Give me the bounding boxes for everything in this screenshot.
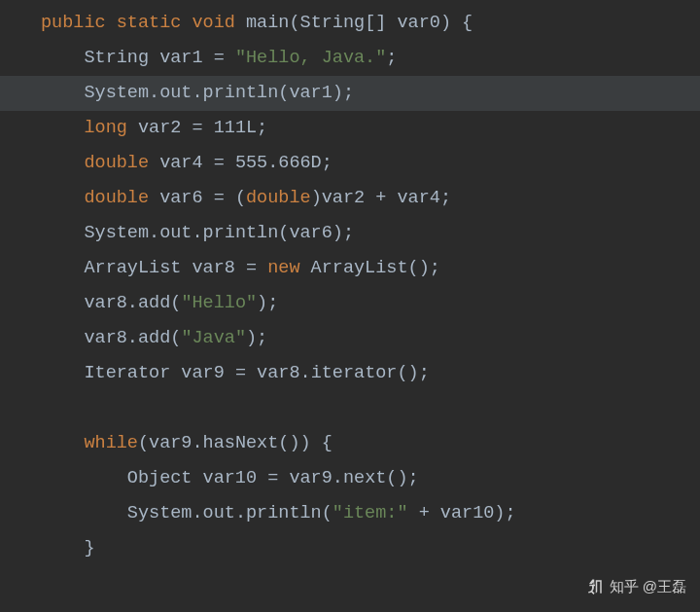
token-pun: (	[170, 293, 181, 313]
token-num: 111L	[214, 118, 257, 138]
watermark: 知乎 @王磊	[586, 569, 686, 604]
token-pun	[149, 188, 159, 208]
token-pun	[149, 153, 159, 173]
token-pun: (	[278, 223, 289, 243]
token-str: "Hello, Java."	[235, 48, 386, 68]
token-mth: iterator	[311, 363, 398, 383]
token-pun: =	[203, 153, 235, 173]
token-var: var10	[440, 503, 495, 523]
code-line: long var2 = 111L;	[0, 111, 700, 146]
token-pun: ;	[257, 118, 267, 138]
token-str: "Hello"	[181, 293, 257, 313]
token-pun: )	[311, 188, 322, 208]
token-var: var10	[203, 468, 258, 488]
watermark-text: 知乎 @王磊	[610, 569, 686, 604]
token-kw: double	[84, 153, 149, 173]
token-mth: next	[343, 468, 386, 488]
token-kw: static	[117, 13, 182, 33]
token-pun	[149, 48, 159, 68]
code-line: }	[0, 531, 700, 566]
token-var: var2	[138, 118, 181, 138]
token-kw: double	[246, 188, 311, 208]
token-kw: void	[192, 13, 234, 33]
code-line: System.out.println("item:" + var10);	[0, 496, 700, 531]
token-pun: (	[278, 83, 289, 103]
token-mth: add	[138, 328, 170, 348]
token-num: 555.666D	[235, 153, 322, 173]
token-pun: +	[408, 503, 440, 523]
token-pun: ) {	[440, 13, 472, 33]
token-pun: );	[332, 223, 354, 243]
token-var: var8	[257, 363, 299, 383]
token-mth: hasNext	[203, 433, 279, 453]
token-var: var8	[84, 328, 126, 348]
token-pun	[235, 13, 246, 33]
token-pun: );	[257, 293, 278, 313]
token-kw: while	[84, 433, 138, 453]
code-line: ArrayList var8 = new ArrayList();	[0, 251, 700, 286]
token-pun: ();	[397, 363, 429, 383]
token-pun: .	[192, 433, 202, 453]
zhihu-icon	[586, 578, 604, 595]
token-pun: =	[257, 468, 289, 488]
token-var: var9	[149, 433, 192, 453]
token-var: var6	[159, 188, 202, 208]
code-line: var8.add("Java");	[0, 321, 700, 356]
token-kw: new	[267, 258, 299, 278]
code-line: var8.add("Hello");	[0, 286, 700, 321]
token-typ: Object	[127, 468, 192, 488]
token-pun: ;	[322, 153, 332, 173]
token-pun: []	[365, 13, 397, 33]
token-var: var8	[192, 258, 234, 278]
token-pun: (	[138, 433, 149, 453]
token-var: var8	[84, 293, 126, 313]
token-pun: ;	[386, 48, 397, 68]
token-typ: String	[84, 48, 149, 68]
token-kw: double	[84, 188, 149, 208]
code-line: public static void main(String[] var0) {	[0, 6, 700, 41]
token-var: var9	[289, 468, 332, 488]
token-pun: .	[300, 363, 311, 383]
token-pun: ()) {	[278, 433, 332, 453]
token-pun: }	[84, 538, 94, 558]
token-typ: System	[84, 83, 149, 103]
code-line: System.out.println(var6);	[0, 216, 700, 251]
token-pun: =	[181, 118, 213, 138]
token-typ: Iterator	[84, 363, 170, 383]
token-mth: add	[138, 293, 170, 313]
code-block: public static void main(String[] var0) {…	[0, 0, 700, 566]
token-str: "Java"	[181, 328, 246, 348]
token-typ: System	[127, 503, 192, 523]
token-typ: System	[84, 223, 149, 243]
code-line: Object var10 = var9.next();	[0, 461, 700, 496]
token-var: var2	[322, 188, 365, 208]
token-pun	[181, 13, 192, 33]
token-pun: .	[127, 328, 138, 348]
token-var: out	[203, 503, 235, 523]
token-pun: .	[192, 83, 202, 103]
token-kw: public	[41, 13, 106, 33]
token-pun: );	[494, 503, 515, 523]
token-pun	[170, 363, 181, 383]
token-pun	[192, 468, 202, 488]
token-typ: ArrayList	[84, 258, 181, 278]
token-pun: =	[225, 363, 257, 383]
token-mth: println	[203, 223, 279, 243]
token-pun: .	[127, 293, 138, 313]
code-line: System.out.println(var1);	[0, 76, 700, 111]
token-pun: ();	[386, 468, 418, 488]
token-str: "item:"	[332, 503, 408, 523]
token-pun: =	[203, 48, 235, 68]
code-line: Iterator var9 = var8.iterator();	[0, 356, 700, 391]
token-pun: ;	[440, 188, 451, 208]
code-line: while(var9.hasNext()) {	[0, 426, 700, 461]
token-mth: println	[203, 83, 279, 103]
token-pun: .	[149, 223, 159, 243]
token-mth: main	[246, 13, 289, 33]
token-var: out	[159, 83, 192, 103]
token-pun: .	[235, 503, 246, 523]
code-line: String var1 = "Hello, Java.";	[0, 41, 700, 76]
token-pun: (	[322, 503, 332, 523]
token-mth: println	[246, 503, 322, 523]
token-pun	[106, 13, 117, 33]
